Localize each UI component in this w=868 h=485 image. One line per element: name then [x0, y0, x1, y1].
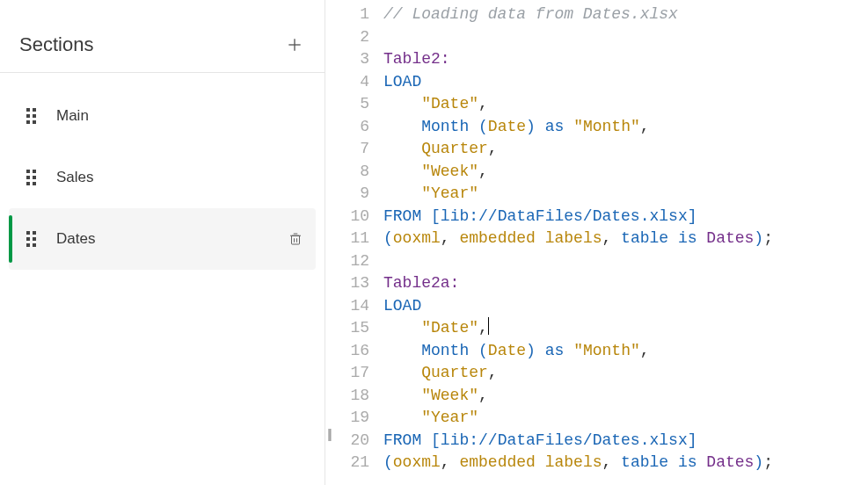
- line-number: 11: [332, 228, 369, 250]
- section-item-sales[interactable]: Sales: [9, 147, 316, 208]
- line-number: 13: [332, 272, 369, 295]
- code-line[interactable]: [383, 26, 868, 49]
- plus-icon: [286, 36, 303, 54]
- code-line[interactable]: "Week",: [383, 161, 868, 184]
- section-label: Dates: [56, 230, 286, 248]
- line-number: 12: [332, 250, 369, 273]
- section-list: MainSalesDates: [0, 73, 325, 270]
- line-number: 17: [332, 362, 369, 385]
- code-line[interactable]: Quarter,: [383, 362, 868, 385]
- code-line[interactable]: Month (Date) as "Month",: [383, 116, 868, 139]
- code-line[interactable]: FROM [lib://DataFiles/Dates.xlsx]: [383, 206, 868, 228]
- code-line[interactable]: "Week",: [383, 385, 868, 408]
- sidebar-header: Sections: [0, 0, 325, 73]
- code-line[interactable]: (ooxml, embedded labels, table is Dates)…: [383, 452, 868, 474]
- section-label: Main: [56, 107, 305, 125]
- line-number: 6: [332, 116, 369, 139]
- code-line[interactable]: [383, 250, 868, 273]
- code-area[interactable]: // Loading data from Dates.xlsx Table2:L…: [378, 0, 868, 485]
- section-item-main[interactable]: Main: [9, 85, 316, 147]
- code-line[interactable]: Table2:: [383, 48, 868, 71]
- sections-sidebar: Sections MainSalesDates: [0, 0, 325, 485]
- add-section-button[interactable]: [284, 34, 305, 55]
- line-number: 4: [332, 71, 369, 94]
- panel-splitter[interactable]: ||: [325, 0, 332, 485]
- line-number: 7: [332, 138, 369, 161]
- app-root: Sections MainSalesDates || 1234567891011…: [0, 0, 868, 485]
- code-line[interactable]: Table2a:: [383, 272, 868, 295]
- line-number: 5: [332, 93, 369, 116]
- line-number: 16: [332, 340, 369, 363]
- section-item-dates[interactable]: Dates: [9, 208, 316, 270]
- line-number: 21: [332, 452, 369, 474]
- svg-rect-2: [292, 235, 300, 244]
- section-label: Sales: [56, 169, 305, 186]
- code-line[interactable]: Quarter,: [383, 138, 868, 161]
- drag-handle-icon[interactable]: [26, 108, 39, 124]
- line-number: 1: [332, 4, 369, 26]
- code-line[interactable]: LOAD: [383, 71, 868, 94]
- line-number: 10: [332, 206, 369, 228]
- sidebar-title: Sections: [19, 33, 93, 56]
- drag-handle-icon[interactable]: [26, 170, 39, 185]
- code-line[interactable]: // Loading data from Dates.xlsx: [383, 4, 868, 26]
- code-line[interactable]: Month (Date) as "Month",: [383, 340, 868, 363]
- line-number: 2: [332, 26, 369, 49]
- line-number: 3: [332, 48, 369, 71]
- line-number: 15: [332, 317, 369, 340]
- line-number: 14: [332, 295, 369, 318]
- code-line[interactable]: (ooxml, embedded labels, table is Dates)…: [383, 228, 868, 250]
- line-number-gutter: 123456789101112131415161718192021: [332, 0, 378, 485]
- code-line[interactable]: LOAD: [383, 295, 868, 318]
- drag-handle-icon[interactable]: [26, 231, 39, 247]
- code-line[interactable]: "Date",: [383, 93, 868, 116]
- trash-icon: [288, 231, 303, 247]
- code-line[interactable]: "Date",: [383, 317, 868, 340]
- code-line[interactable]: "Year": [383, 407, 868, 430]
- code-line[interactable]: "Year": [383, 183, 868, 206]
- line-number: 8: [332, 161, 369, 184]
- delete-section-button[interactable]: [286, 229, 305, 249]
- line-number: 18: [332, 385, 369, 408]
- line-number: 19: [332, 407, 369, 430]
- script-editor[interactable]: 123456789101112131415161718192021 // Loa…: [332, 0, 868, 485]
- line-number: 9: [332, 183, 369, 206]
- code-line[interactable]: FROM [lib://DataFiles/Dates.xlsx]: [383, 430, 868, 452]
- line-number: 20: [332, 430, 369, 452]
